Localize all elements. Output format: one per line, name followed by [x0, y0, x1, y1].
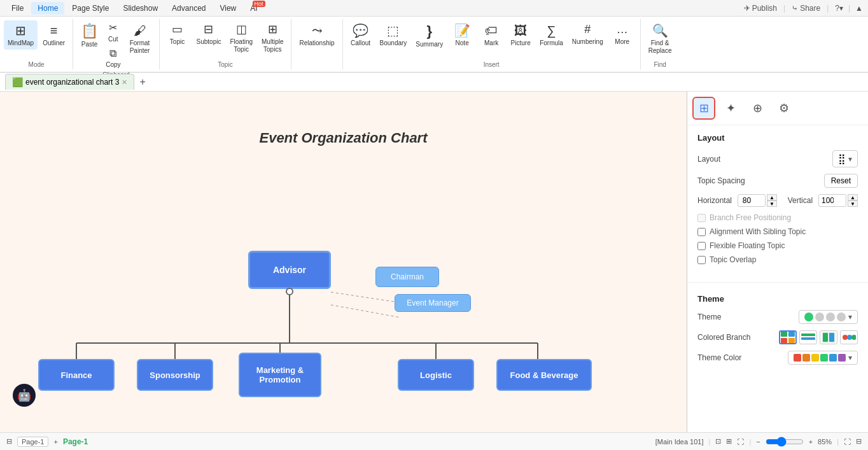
callout-button[interactable]: 💬 Callout: [347, 20, 375, 50]
panel-tab-layout[interactable]: ⊞: [692, 97, 715, 120]
fit-page-icon[interactable]: ⊡: [715, 437, 721, 446]
numbering-icon: #: [584, 23, 591, 37]
mark-icon: 🏷: [485, 23, 498, 38]
zoom-level-label: 85%: [818, 438, 832, 446]
insert-group-label: Insert: [484, 60, 500, 68]
branch-free-label: Branch Free Positioning: [710, 213, 791, 222]
actual-size-icon[interactable]: ⊞: [726, 437, 732, 446]
relationship-button[interactable]: ⤳ Relationship: [295, 20, 338, 50]
topic-overlap-checkbox[interactable]: [697, 256, 706, 264]
vertical-input[interactable]: [818, 194, 846, 207]
menu-file[interactable]: File: [5, 2, 30, 15]
tab-add-button[interactable]: +: [139, 76, 145, 88]
branch-opt-4[interactable]: [840, 330, 858, 344]
format-painter-button[interactable]: 🖌 FormatPainter: [125, 20, 155, 57]
mark-button[interactable]: 🏷 Mark: [477, 20, 505, 50]
zoom-in-icon[interactable]: +: [809, 438, 813, 446]
branch-opt-1[interactable]: [779, 330, 797, 344]
zoom-slider[interactable]: [766, 437, 804, 447]
note-button[interactable]: 📝 Note: [448, 20, 476, 50]
summary-button[interactable]: } Summary: [412, 20, 447, 51]
svg-line-8: [331, 305, 401, 318]
horizontal-up[interactable]: ▲: [767, 194, 777, 200]
minimize-button[interactable]: ▲: [855, 4, 863, 13]
topic-overlap-row: Topic Overlap: [697, 255, 858, 264]
outliner-button[interactable]: ≡ Outliner: [39, 20, 69, 50]
status-page-icon: ⊟: [6, 437, 12, 446]
menu-home[interactable]: Home: [31, 2, 64, 15]
copy-button[interactable]: ⧉ Copy: [103, 46, 123, 70]
panel-tab-settings[interactable]: ⚙: [773, 97, 795, 120]
horizontal-down[interactable]: ▼: [767, 200, 777, 207]
menu-ai[interactable]: AI Hot: [244, 2, 263, 15]
zoom-out-icon[interactable]: −: [756, 438, 760, 446]
node-food[interactable]: Food & Beverage: [496, 359, 592, 391]
topic-button[interactable]: ▭ Topic: [164, 20, 192, 48]
menu-page-style[interactable]: Page Style: [66, 2, 115, 15]
theme-color-dropdown[interactable]: ▾: [788, 351, 858, 365]
expand-view-icon[interactable]: ⛶: [844, 438, 851, 446]
node-advisor[interactable]: Advisor: [248, 251, 331, 289]
branch-opt-2[interactable]: [799, 330, 817, 344]
node-marketing[interactable]: Marketing & Promotion: [239, 353, 321, 397]
multiple-topics-button[interactable]: ⊞ MultipleTopics: [258, 20, 287, 56]
layout-dropdown[interactable]: ⣿ ▾: [832, 150, 858, 167]
numbering-button[interactable]: # Numbering: [568, 20, 607, 48]
subtopic-button[interactable]: ⊟ Subtopic: [193, 20, 225, 48]
hot-badge: Hot: [253, 1, 265, 7]
cut-button[interactable]: ✂ Cut: [103, 20, 123, 45]
colored-branch-label: Colored Branch: [697, 333, 750, 342]
vertical-up[interactable]: ▲: [848, 194, 858, 200]
share-button[interactable]: ⤷ Share: [792, 4, 820, 13]
theme-dot-1: [804, 313, 813, 321]
menu-advanced[interactable]: Advanced: [165, 2, 212, 15]
menu-slideshow[interactable]: Slideshow: [116, 2, 164, 15]
theme-section: Theme Theme ▾ Colored Branch: [687, 288, 868, 377]
find-replace-button[interactable]: 🔍 Find &Replace: [645, 20, 676, 57]
node-sponsorship[interactable]: Sponsorship: [137, 359, 213, 391]
collapse-view-icon[interactable]: ⊟: [856, 437, 862, 446]
page-selector[interactable]: Page-1: [17, 437, 48, 447]
paste-button[interactable]: 📋 Paste: [77, 20, 102, 51]
topic-spacing-label: Topic Spacing: [697, 176, 745, 185]
help-button[interactable]: ?▾: [835, 4, 843, 13]
node-finance[interactable]: Finance: [38, 359, 115, 391]
horizontal-label: Horizontal: [697, 196, 732, 205]
color-swatch-yellow: [811, 354, 819, 362]
reset-button[interactable]: Reset: [824, 174, 858, 188]
formula-button[interactable]: ∑ Formula: [536, 20, 567, 50]
node-logistic[interactable]: Logistic: [398, 359, 474, 391]
menu-view[interactable]: View: [213, 2, 242, 15]
more-button[interactable]: … More: [608, 20, 636, 48]
status-add-page[interactable]: +: [53, 438, 57, 446]
ai-assistant-button[interactable]: 🤖: [13, 384, 36, 407]
node-event-manager[interactable]: Event Manager: [395, 294, 471, 312]
picture-icon: 🖼: [514, 23, 527, 38]
alignment-checkbox[interactable]: [697, 228, 706, 236]
theme-dropdown[interactable]: ▾: [799, 310, 858, 324]
status-sep-2: |: [749, 438, 751, 446]
theme-dropdown-arrow: ▾: [848, 313, 852, 321]
mindmap-button[interactable]: ⊞ MindMap: [4, 20, 38, 50]
canvas[interactable]: Event Organization Chart Advisor Chairma…: [0, 92, 687, 432]
tab-bar: 🟩 event organizational chart 3 ✕ +: [0, 73, 868, 92]
flexible-floating-checkbox[interactable]: [697, 242, 706, 250]
full-screen-icon[interactable]: ⛶: [737, 438, 744, 446]
vertical-down[interactable]: ▼: [848, 200, 858, 207]
tab-event-chart[interactable]: 🟩 event organizational chart 3 ✕: [5, 74, 134, 90]
panel-tab-location[interactable]: ⊕: [746, 97, 769, 120]
picture-button[interactable]: 🖼 Picture: [507, 20, 535, 50]
settings-tab-icon: ⚙: [779, 101, 789, 115]
tab-close-button[interactable]: ✕: [122, 78, 127, 87]
branch-free-checkbox[interactable]: [697, 214, 706, 222]
node-chairman[interactable]: Chairman: [375, 267, 439, 287]
floating-topic-button[interactable]: ◫ FloatingTopic: [226, 20, 256, 56]
publish-button[interactable]: ✈ Publish: [744, 4, 777, 13]
boundary-button[interactable]: ⬚ Boundary: [376, 20, 411, 50]
ribbon-group-mode: ⊞ MindMap ≡ Outliner Mode: [0, 19, 73, 69]
panel-tab-ai[interactable]: ✦: [719, 97, 742, 120]
panel-tabs: ⊞ ✦ ⊕ ⚙: [687, 92, 868, 125]
horizontal-input[interactable]: [738, 194, 766, 207]
topic-icon: ▭: [172, 23, 183, 37]
branch-opt-3[interactable]: [820, 330, 837, 344]
